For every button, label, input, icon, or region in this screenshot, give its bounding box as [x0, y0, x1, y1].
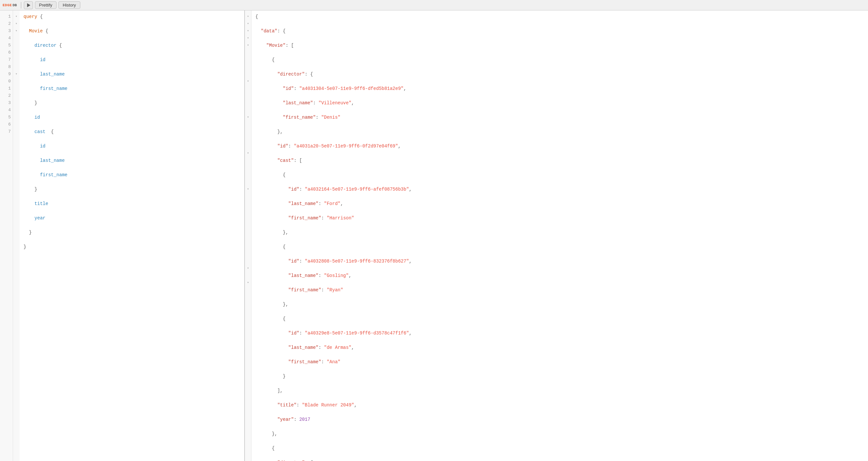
- history-button[interactable]: History: [58, 1, 80, 9]
- rc-arrow-13: [245, 99, 251, 107]
- rc-arrow-14: [245, 107, 251, 114]
- rline-23: "id": "a40329e8-5e07-11e9-9ff6-d3578c47f…: [255, 329, 864, 337]
- rline-18: "id": "a4032808-5e07-11e9-9ff6-832376f8b…: [255, 258, 864, 265]
- code-line-6: first_name: [24, 85, 240, 92]
- collapse-arrow-11: [13, 85, 20, 92]
- rc-arrow-28: [245, 207, 251, 214]
- rc-arrow-26: [245, 193, 251, 200]
- rline-22: {: [255, 315, 864, 322]
- play-icon: [27, 3, 30, 7]
- rline-4: {: [255, 56, 864, 63]
- query-editor-panel[interactable]: 1 2 3 4 5 6 7 8 9 0 1 2 3 4 5 6 7 ▾: [0, 10, 245, 461]
- rc-arrow-6: [245, 49, 251, 56]
- ln-2: 2: [2, 20, 11, 27]
- ln-16: 6: [2, 121, 11, 128]
- collapse-arrow-7: [13, 56, 20, 63]
- brace-open-4: {: [51, 129, 54, 134]
- rc-arrow-20[interactable]: ▾: [245, 150, 251, 157]
- rline-7: "last_name": "Villeneuve",: [255, 99, 864, 107]
- ln-4: 4: [2, 35, 11, 42]
- collapse-arrow-3[interactable]: ▾: [13, 27, 20, 35]
- code-line-4: id: [24, 56, 240, 63]
- rc-arrow-5[interactable]: ▾: [245, 42, 251, 49]
- collapse-arrow-2[interactable]: ▾: [13, 20, 20, 27]
- rc-arrow-4[interactable]: ▾: [245, 35, 251, 42]
- rc-arrow-21: [245, 157, 251, 164]
- field-id-2: id: [35, 115, 40, 120]
- run-button[interactable]: [24, 1, 33, 9]
- collapse-arrow-16: [13, 121, 20, 128]
- rc-arrow-1[interactable]: ▾: [245, 13, 251, 20]
- app-logo: EDGE DB: [3, 3, 17, 7]
- code-line-3: director {: [24, 42, 240, 49]
- field-id-3: id: [40, 144, 45, 149]
- ln-5: 5: [2, 42, 11, 49]
- brace-close-3: }: [29, 230, 32, 235]
- collapse-arrow-9[interactable]: ▾: [13, 70, 20, 78]
- collapse-arrow-8: [13, 63, 20, 70]
- rline-32: "director": {: [255, 459, 864, 461]
- field-cast: cast: [35, 129, 46, 134]
- rc-arrow-10[interactable]: ▾: [245, 78, 251, 85]
- ln-12: 2: [2, 92, 11, 99]
- rline-10: "id": "a4031a20-5e07-11e9-9ff6-0f2d97e04…: [255, 143, 864, 150]
- toolbar: EDGE DB Prettify History: [0, 0, 868, 10]
- rline-24: "last_name": "de Armas",: [255, 344, 864, 351]
- ln-11: 1: [2, 85, 11, 92]
- rc-arrow-22: [245, 164, 251, 171]
- field-first-name-1: first_name: [40, 86, 67, 91]
- rline-5: "director": {: [255, 70, 864, 78]
- brace-close-2: }: [35, 187, 37, 192]
- rc-arrow-18: [245, 135, 251, 143]
- rc-arrow-2[interactable]: ▾: [245, 20, 251, 27]
- rc-arrow-31: [245, 229, 251, 236]
- code-line-17: }: [24, 243, 240, 251]
- rc-arrow-35: [245, 258, 251, 265]
- ln-3: 3: [2, 27, 11, 35]
- ln-14: 4: [2, 107, 11, 114]
- logo-db: DB: [12, 3, 17, 7]
- rline-2: "data": {: [255, 27, 864, 35]
- rline-11: "cast": [: [255, 157, 864, 164]
- main-layout: 1 2 3 4 5 6 7 8 9 0 1 2 3 4 5 6 7 ▾: [0, 10, 868, 461]
- field-first-name-2: first_name: [40, 172, 67, 177]
- field-title: title: [35, 201, 48, 206]
- field-last-name-2: last_name: [40, 158, 65, 163]
- query-code[interactable]: query { Movie { director { id last_name …: [20, 10, 244, 461]
- prettify-button[interactable]: Prettify: [35, 1, 57, 9]
- rc-arrow-25[interactable]: ▾: [245, 186, 251, 193]
- rc-arrow-38[interactable]: ▾: [245, 279, 251, 286]
- rline-6: "id": "a4031304-5e07-11e9-9ff6-dfed5b81a…: [255, 85, 864, 92]
- rline-30: },: [255, 430, 864, 437]
- result-panel: ▾ ▾ ▾ ▾ ▾ ▾ ▾ ▾: [245, 10, 868, 461]
- rc-arrow-36[interactable]: ▾: [245, 265, 251, 272]
- brace-close-4: }: [24, 244, 26, 250]
- rc-arrow-15[interactable]: ▾: [245, 114, 251, 121]
- keyword-movie: Movie: [29, 28, 43, 34]
- ln-13: 3: [2, 99, 11, 107]
- rc-arrow-12: [245, 92, 251, 99]
- ln-1: 1: [2, 13, 11, 20]
- rc-arrow-16: [245, 121, 251, 128]
- code-area: 1 2 3 4 5 6 7 8 9 0 1 2 3 4 5 6 7 ▾: [0, 10, 244, 461]
- rline-16: },: [255, 229, 864, 236]
- rline-26: }: [255, 373, 864, 380]
- rline-8: "first_name": "Denis": [255, 114, 864, 121]
- code-line-1: query {: [24, 13, 240, 20]
- ln-15: 5: [2, 114, 11, 121]
- ln-8: 8: [2, 63, 11, 70]
- ln-17: 7: [2, 128, 11, 135]
- code-line-2: Movie {: [24, 27, 240, 35]
- rc-arrow-9: [245, 70, 251, 78]
- rc-arrow-29: [245, 214, 251, 222]
- rc-arrow-3[interactable]: ▾: [245, 27, 251, 35]
- field-last-name-1: last_name: [40, 71, 65, 77]
- logo-edge: EDGE: [3, 3, 12, 7]
- code-line-11: last_name: [24, 157, 240, 164]
- collapse-arrow-12: [13, 92, 20, 99]
- rc-arrow-8: [245, 63, 251, 70]
- result-collapse-arrows: ▾ ▾ ▾ ▾ ▾ ▾ ▾ ▾: [245, 10, 251, 461]
- collapse-arrow-1[interactable]: ▾: [13, 13, 20, 20]
- collapse-arrow-4: [13, 35, 20, 42]
- ln-10: 0: [2, 78, 11, 85]
